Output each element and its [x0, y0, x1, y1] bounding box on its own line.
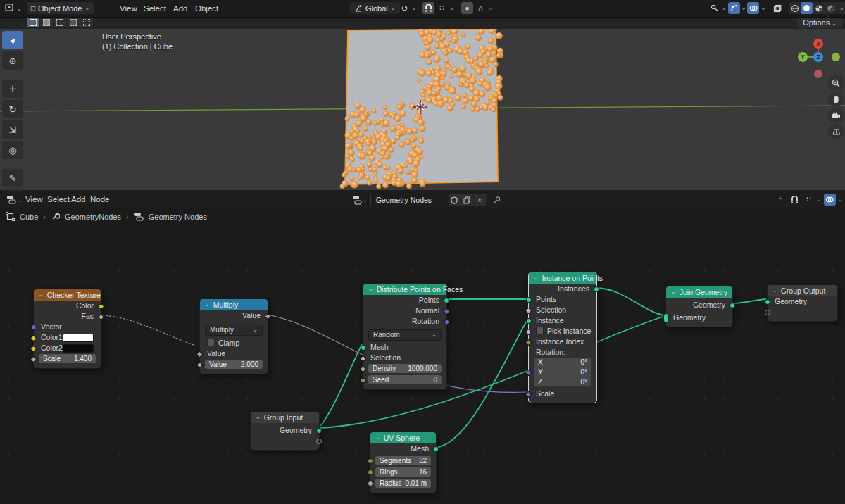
- node-group-output[interactable]: ⌄Group Output Geometry: [767, 284, 838, 322]
- mode-dropdown[interactable]: □ Object Mode ⌄: [27, 2, 94, 14]
- operation-dropdown[interactable]: Multiply⌄: [205, 325, 263, 336]
- node-menu-add[interactable]: Add: [71, 191, 85, 208]
- socket-geometry-multi-in[interactable]: [663, 313, 669, 323]
- input-seed[interactable]: Seed0: [363, 374, 446, 386]
- unlink-button[interactable]: ×: [474, 194, 487, 206]
- select-mode-subtract[interactable]: [54, 18, 66, 27]
- scale-field[interactable]: Scale1.400: [39, 354, 96, 363]
- transform-orientation-dropdown[interactable]: Global ⌄: [350, 2, 400, 14]
- node-header[interactable]: ⌄UV Sphere: [370, 432, 436, 443]
- input-points[interactable]: Points: [529, 294, 596, 305]
- shading-material-button[interactable]: [813, 2, 825, 14]
- input-pick-instance[interactable]: Pick Instance: [529, 326, 596, 336]
- virtual-input[interactable]: [768, 307, 837, 317]
- input-scale[interactable]: Scale1.400: [34, 353, 101, 365]
- rotation-z-row[interactable]: Z0°: [529, 377, 596, 387]
- fake-user-button[interactable]: [449, 194, 461, 206]
- socket-geometry-in[interactable]: [765, 299, 770, 305]
- node-snap-toggle[interactable]: [789, 194, 801, 206]
- input-value[interactable]: Value: [200, 348, 268, 359]
- output-fac[interactable]: Fac: [34, 311, 101, 322]
- node-uv-sphere[interactable]: ⌄UV Sphere Mesh Segments32 Rings16 Radiu…: [370, 431, 437, 493]
- input-color2[interactable]: Color2: [34, 343, 101, 353]
- collapse-icon[interactable]: ⌄: [772, 285, 777, 296]
- snap-with-icon[interactable]: ∷: [436, 2, 448, 14]
- output-points[interactable]: Points: [363, 295, 446, 305]
- input-value2[interactable]: Value2.000: [200, 359, 268, 370]
- node-checker-texture[interactable]: ⌄Checker Texture Color Fac Vector Color1…: [33, 289, 101, 369]
- color2-swatch[interactable]: [63, 344, 94, 353]
- node-join-geometry[interactable]: ⌄Join Geometry Geometry Geometry: [665, 286, 733, 327]
- node-instance-on-points[interactable]: ⌄Instance on Points Instances Points Sel…: [528, 272, 597, 403]
- breadcrumb-tree[interactable]: Geometry Nodes: [149, 213, 207, 221]
- method-dropdown[interactable]: Random⌄: [368, 329, 442, 341]
- rotation-y-row[interactable]: Y0°: [529, 367, 596, 377]
- input-geometry[interactable]: Geometry: [768, 296, 837, 307]
- select-mode-intersect[interactable]: [80, 18, 93, 27]
- shading-dropdown-chevron[interactable]: ⌄: [837, 5, 845, 11]
- node-tree-name-field[interactable]: Geometry Nodes: [370, 194, 449, 206]
- input-density[interactable]: Density1000.000: [363, 363, 446, 374]
- input-color1[interactable]: Color1: [34, 332, 101, 343]
- node-menu-view[interactable]: View: [25, 191, 43, 208]
- socket-rings-in[interactable]: [368, 470, 373, 475]
- collapse-icon[interactable]: ⌄: [534, 272, 539, 284]
- menu-select[interactable]: Select: [144, 0, 166, 17]
- rotation-x-field[interactable]: X0°: [534, 358, 592, 367]
- node-header[interactable]: ⌄Group Input: [251, 412, 319, 423]
- output-rotation[interactable]: Rotation: [363, 316, 446, 327]
- socket-points-out[interactable]: [444, 298, 449, 303]
- input-radius[interactable]: Radius0.01 m: [370, 478, 436, 489]
- input-geometry[interactable]: Geometry: [666, 313, 732, 323]
- rotation-z-field[interactable]: Z0°: [534, 377, 592, 386]
- rings-field[interactable]: Rings16: [375, 467, 431, 477]
- seed-field[interactable]: Seed0: [368, 375, 442, 384]
- snap-magnet-toggle[interactable]: [423, 2, 434, 14]
- clamp-row[interactable]: Clamp: [200, 337, 268, 348]
- collapse-icon[interactable]: ⌄: [205, 299, 210, 310]
- output-normal[interactable]: Normal: [363, 305, 446, 316]
- value-field[interactable]: Value2.000: [205, 360, 263, 369]
- output-instances[interactable]: Instances: [529, 284, 596, 294]
- input-scale[interactable]: Scale: [529, 389, 596, 399]
- pick-instance-checkbox[interactable]: [536, 327, 544, 334]
- segments-field[interactable]: Segments32: [375, 456, 431, 465]
- node-group-input[interactable]: ⌄Group Input Geometry: [250, 411, 320, 451]
- socket-virtual-in[interactable]: [765, 310, 770, 315]
- node-distribute-points[interactable]: ⌄Distribute Points on Faces Points Norma…: [363, 283, 447, 390]
- input-vector[interactable]: Vector: [34, 322, 101, 332]
- socket-mesh-out[interactable]: [433, 446, 439, 452]
- output-color[interactable]: Color: [34, 301, 101, 311]
- new-copy-button[interactable]: [461, 194, 474, 206]
- node-overlays-toggle[interactable]: [824, 194, 836, 206]
- socket-mesh-in[interactable]: [361, 345, 366, 351]
- falloff-curve-dropdown[interactable]: Λ: [475, 2, 487, 14]
- output-geometry[interactable]: Geometry: [251, 425, 319, 436]
- menu-view[interactable]: View: [120, 0, 137, 17]
- collapse-icon[interactable]: ⌄: [671, 286, 676, 298]
- pivot-point-dropdown[interactable]: ↺ ⌄: [399, 2, 417, 14]
- rotation-y-field[interactable]: Y0°: [534, 367, 592, 377]
- output-mesh[interactable]: Mesh: [370, 443, 436, 454]
- collapse-icon[interactable]: ⌄: [368, 284, 373, 295]
- node-menu-node[interactable]: Node: [90, 191, 110, 208]
- rotation-x-row[interactable]: X0°: [529, 358, 596, 367]
- object-types-filter-dropdown[interactable]: [708, 2, 720, 14]
- clamp-checkbox[interactable]: [207, 339, 215, 346]
- breadcrumb-modifier[interactable]: GeometryNodes: [65, 213, 121, 221]
- socket-instance-in[interactable]: [526, 318, 532, 324]
- output-geometry[interactable]: Geometry: [666, 300, 732, 310]
- node-header[interactable]: ⌄Checker Texture: [34, 289, 101, 301]
- socket-virtual-out[interactable]: [316, 439, 322, 444]
- socket-geometry-out[interactable]: [316, 428, 322, 434]
- node-menu-select[interactable]: Select: [47, 191, 70, 208]
- collapse-icon[interactable]: ⌄: [375, 432, 380, 443]
- input-rings[interactable]: Rings16: [370, 467, 436, 478]
- menu-add[interactable]: Add: [173, 0, 187, 17]
- show-gizmo-toggle[interactable]: [728, 2, 740, 14]
- input-instance-index[interactable]: Instance Index: [529, 336, 596, 347]
- node-multiply[interactable]: ⌄Multiply Value Multiply⌄ Clamp Value Va…: [199, 298, 268, 374]
- options-dropdown[interactable]: Options ⌄: [797, 18, 842, 28]
- shading-wireframe-button[interactable]: [789, 2, 801, 14]
- socket-points-in[interactable]: [526, 297, 532, 303]
